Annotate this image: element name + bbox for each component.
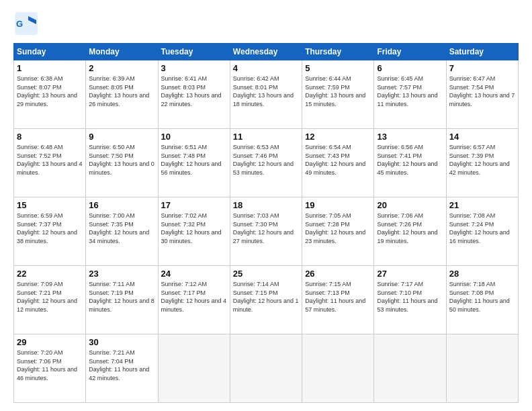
day-info: Sunrise: 6:41 AMSunset: 8:03 PMDaylight:… xyxy=(161,75,227,108)
day-info: Sunrise: 6:44 AMSunset: 7:59 PMDaylight:… xyxy=(305,75,371,108)
day-info: Sunrise: 7:02 AMSunset: 7:32 PMDaylight:… xyxy=(161,212,227,245)
day-info: Sunrise: 6:51 AMSunset: 7:48 PMDaylight:… xyxy=(161,143,227,177)
header-thursday: Thursday xyxy=(302,44,374,60)
day-info: Sunrise: 7:11 AMSunset: 7:19 PMDaylight:… xyxy=(89,280,154,314)
weekday-header-row: Sunday Monday Tuesday Wednesday Thursday… xyxy=(14,44,519,60)
table-row: 18Sunrise: 7:03 AMSunset: 7:30 PMDayligh… xyxy=(230,197,302,266)
header-monday: Monday xyxy=(86,44,158,60)
day-number: 1 xyxy=(17,63,83,73)
day-info: Sunrise: 7:06 AMSunset: 7:26 PMDaylight:… xyxy=(377,212,443,245)
day-number: 28 xyxy=(449,269,515,279)
day-number: 20 xyxy=(377,200,443,210)
day-number: 14 xyxy=(449,132,515,142)
table-row: 25Sunrise: 7:14 AMSunset: 7:15 PMDayligh… xyxy=(230,266,302,334)
day-info: Sunrise: 7:18 AMSunset: 7:08 PMDaylight:… xyxy=(449,280,515,314)
day-info: Sunrise: 6:56 AMSunset: 7:41 PMDaylight:… xyxy=(377,143,443,177)
table-row: 15Sunrise: 6:59 AMSunset: 7:37 PMDayligh… xyxy=(14,197,86,266)
day-number: 29 xyxy=(17,337,83,347)
table-row: 5Sunrise: 6:44 AMSunset: 7:59 PMDaylight… xyxy=(302,60,374,129)
day-info: Sunrise: 7:09 AMSunset: 7:21 PMDaylight:… xyxy=(17,280,83,314)
day-info: Sunrise: 6:38 AMSunset: 8:07 PMDaylight:… xyxy=(17,75,83,108)
day-info: Sunrise: 7:08 AMSunset: 7:24 PMDaylight:… xyxy=(449,212,515,245)
day-info: Sunrise: 7:20 AMSunset: 7:06 PMDaylight:… xyxy=(17,349,83,382)
table-row: 24Sunrise: 7:12 AMSunset: 7:17 PMDayligh… xyxy=(158,266,230,334)
table-row xyxy=(230,334,302,403)
day-number: 30 xyxy=(89,337,154,347)
table-row: 13Sunrise: 6:56 AMSunset: 7:41 PMDayligh… xyxy=(374,129,446,197)
day-number: 15 xyxy=(17,200,83,210)
day-info: Sunrise: 7:15 AMSunset: 7:13 PMDaylight:… xyxy=(305,280,371,314)
logo: G xyxy=(13,11,42,36)
calendar-week-row: 22Sunrise: 7:09 AMSunset: 7:21 PMDayligh… xyxy=(14,266,519,334)
table-row: 26Sunrise: 7:15 AMSunset: 7:13 PMDayligh… xyxy=(302,266,374,334)
day-number: 8 xyxy=(17,132,83,142)
day-number: 27 xyxy=(377,269,443,279)
page: G Sunday Monday Tuesday Wednesday Thursd… xyxy=(0,0,532,411)
header-sunday: Sunday xyxy=(14,44,86,60)
day-number: 24 xyxy=(161,269,227,279)
day-number: 19 xyxy=(305,200,371,210)
table-row: 16Sunrise: 7:00 AMSunset: 7:35 PMDayligh… xyxy=(86,197,158,266)
table-row xyxy=(446,334,518,403)
day-number: 5 xyxy=(305,63,371,73)
table-row: 29Sunrise: 7:20 AMSunset: 7:06 PMDayligh… xyxy=(14,334,86,403)
day-info: Sunrise: 6:59 AMSunset: 7:37 PMDaylight:… xyxy=(17,212,83,245)
day-info: Sunrise: 6:47 AMSunset: 7:54 PMDaylight:… xyxy=(449,75,515,108)
table-row: 8Sunrise: 6:48 AMSunset: 7:52 PMDaylight… xyxy=(14,129,86,197)
calendar-week-row: 15Sunrise: 6:59 AMSunset: 7:37 PMDayligh… xyxy=(14,197,519,266)
day-number: 12 xyxy=(305,132,371,142)
day-number: 16 xyxy=(89,200,154,210)
table-row: 6Sunrise: 6:45 AMSunset: 7:57 PMDaylight… xyxy=(374,60,446,129)
day-info: Sunrise: 6:57 AMSunset: 7:39 PMDaylight:… xyxy=(449,143,515,177)
day-info: Sunrise: 6:39 AMSunset: 8:05 PMDaylight:… xyxy=(89,75,154,108)
day-number: 11 xyxy=(233,132,299,142)
table-row: 19Sunrise: 7:05 AMSunset: 7:28 PMDayligh… xyxy=(302,197,374,266)
table-row: 10Sunrise: 6:51 AMSunset: 7:48 PMDayligh… xyxy=(158,129,230,197)
day-number: 9 xyxy=(89,132,154,142)
table-row: 11Sunrise: 6:53 AMSunset: 7:46 PMDayligh… xyxy=(230,129,302,197)
day-info: Sunrise: 6:45 AMSunset: 7:57 PMDaylight:… xyxy=(377,75,443,108)
day-info: Sunrise: 6:53 AMSunset: 7:46 PMDaylight:… xyxy=(233,143,299,177)
table-row: 2Sunrise: 6:39 AMSunset: 8:05 PMDaylight… xyxy=(86,60,158,129)
day-info: Sunrise: 7:05 AMSunset: 7:28 PMDaylight:… xyxy=(305,212,371,245)
table-row: 22Sunrise: 7:09 AMSunset: 7:21 PMDayligh… xyxy=(14,266,86,334)
table-row: 9Sunrise: 6:50 AMSunset: 7:50 PMDaylight… xyxy=(86,129,158,197)
header-friday: Friday xyxy=(374,44,446,60)
table-row xyxy=(374,334,446,403)
day-number: 21 xyxy=(449,200,515,210)
header-tuesday: Tuesday xyxy=(158,44,230,60)
table-row: 1Sunrise: 6:38 AMSunset: 8:07 PMDaylight… xyxy=(14,60,86,129)
logo-icon: G xyxy=(13,11,39,36)
day-info: Sunrise: 7:21 AMSunset: 7:04 PMDaylight:… xyxy=(89,349,154,382)
day-number: 7 xyxy=(449,63,515,73)
day-number: 13 xyxy=(377,132,443,142)
table-row: 30Sunrise: 7:21 AMSunset: 7:04 PMDayligh… xyxy=(86,334,158,403)
calendar-week-row: 29Sunrise: 7:20 AMSunset: 7:06 PMDayligh… xyxy=(14,334,519,403)
table-row: 20Sunrise: 7:06 AMSunset: 7:26 PMDayligh… xyxy=(374,197,446,266)
table-row: 28Sunrise: 7:18 AMSunset: 7:08 PMDayligh… xyxy=(446,266,518,334)
calendar-week-row: 1Sunrise: 6:38 AMSunset: 8:07 PMDaylight… xyxy=(14,60,519,129)
table-row: 17Sunrise: 7:02 AMSunset: 7:32 PMDayligh… xyxy=(158,197,230,266)
header: G xyxy=(13,11,519,36)
table-row: 4Sunrise: 6:42 AMSunset: 8:01 PMDaylight… xyxy=(230,60,302,129)
svg-text:G: G xyxy=(16,19,23,29)
day-info: Sunrise: 7:03 AMSunset: 7:30 PMDaylight:… xyxy=(233,212,299,245)
day-number: 4 xyxy=(233,63,299,73)
table-row: 23Sunrise: 7:11 AMSunset: 7:19 PMDayligh… xyxy=(86,266,158,334)
day-number: 17 xyxy=(161,200,227,210)
day-info: Sunrise: 6:50 AMSunset: 7:50 PMDaylight:… xyxy=(89,143,154,177)
day-number: 3 xyxy=(161,63,227,73)
day-number: 22 xyxy=(17,269,83,279)
day-info: Sunrise: 7:14 AMSunset: 7:15 PMDaylight:… xyxy=(233,280,299,314)
table-row: 14Sunrise: 6:57 AMSunset: 7:39 PMDayligh… xyxy=(446,129,518,197)
calendar-week-row: 8Sunrise: 6:48 AMSunset: 7:52 PMDaylight… xyxy=(14,129,519,197)
day-info: Sunrise: 6:54 AMSunset: 7:43 PMDaylight:… xyxy=(305,143,371,177)
header-wednesday: Wednesday xyxy=(230,44,302,60)
header-saturday: Saturday xyxy=(446,44,518,60)
table-row: 21Sunrise: 7:08 AMSunset: 7:24 PMDayligh… xyxy=(446,197,518,266)
day-number: 23 xyxy=(89,269,154,279)
table-row: 3Sunrise: 6:41 AMSunset: 8:03 PMDaylight… xyxy=(158,60,230,129)
day-info: Sunrise: 7:17 AMSunset: 7:10 PMDaylight:… xyxy=(377,280,443,314)
table-row xyxy=(158,334,230,403)
calendar-table: Sunday Monday Tuesday Wednesday Thursday… xyxy=(13,43,519,403)
